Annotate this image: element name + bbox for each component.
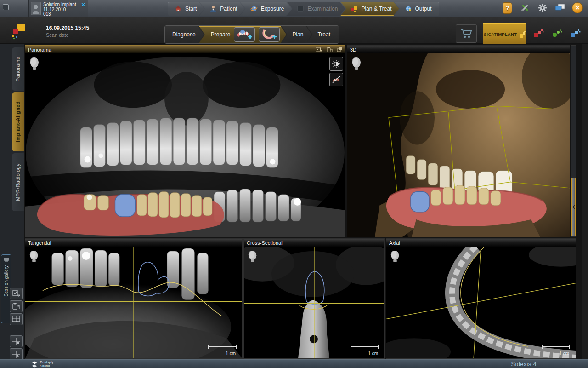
- tab-mpr-radiology[interactable]: MPR/Radiology: [12, 153, 24, 211]
- tangential-header: Tangential: [25, 239, 242, 247]
- tab-panorama[interactable]: Panorama: [12, 47, 24, 91]
- view-area: Panorama: [24, 44, 582, 359]
- show-crosshairs-button[interactable]: [10, 335, 23, 347]
- dentsply-sirona-logo: [31, 361, 38, 368]
- copy-view-icon[interactable]: [327, 47, 333, 52]
- phase-label: Plan & Treat: [361, 6, 391, 12]
- help-button[interactable]: ?: [502, 2, 514, 14]
- patient-tab[interactable]: Solution Implant 11.12.2010 013 ✕: [28, 0, 88, 17]
- sidebar: Panorama Implant-Aligned MPR/Radiology S…: [0, 44, 24, 359]
- brightness-contrast-button[interactable]: [329, 57, 343, 71]
- sicat-logo: [12, 24, 27, 40]
- 3d-header: 3D: [347, 46, 570, 53]
- phase-output[interactable]: Output: [395, 2, 439, 16]
- session-gallery-icon: [4, 257, 9, 263]
- clipboard-icon: [12, 303, 20, 310]
- sicat-endo-button[interactable]: [570, 29, 582, 39]
- orientation-head-widget[interactable]: [351, 57, 362, 71]
- tab-implant-aligned[interactable]: Implant-Aligned: [12, 92, 24, 151]
- export-view-icon[interactable]: [316, 47, 322, 52]
- plan-treat-icon: [351, 5, 358, 12]
- phase-patient[interactable]: Patient: [199, 2, 244, 16]
- workflow-diagnose[interactable]: Diagnose: [165, 26, 204, 43]
- axial-title: Axial: [389, 240, 573, 246]
- shop-button[interactable]: [456, 24, 477, 43]
- air-app-icon: [551, 29, 563, 39]
- patient-id: 013: [43, 12, 79, 17]
- close-icon: ✕: [572, 2, 583, 13]
- settings-button[interactable]: [537, 2, 548, 14]
- scale-bar: [208, 345, 237, 349]
- scale-label: 1 cm: [368, 351, 378, 356]
- implant-crown-3d: [411, 192, 429, 212]
- window-menu-icon[interactable]: [3, 4, 9, 10]
- denture-plus-icon: [236, 29, 253, 40]
- workflow-label: Plan: [292, 31, 303, 38]
- panorama-header-icons: [316, 47, 342, 52]
- phase-label: Start: [185, 6, 197, 12]
- patient-avatar: [31, 2, 41, 15]
- implant-app-icon: [519, 31, 526, 38]
- sicat-air-button[interactable]: [551, 29, 563, 39]
- workspace-tabs: Panorama Implant-Aligned MPR/Radiology: [12, 47, 24, 211]
- app-name: Sidexis 4: [511, 361, 537, 368]
- dentsply-sirona-brand: Dentsply Sirona: [31, 361, 53, 368]
- layout-grid-icon: [12, 316, 20, 323]
- exposure-icon: [250, 5, 258, 12]
- phase-label: Exposure: [261, 6, 284, 12]
- orientation-head-widget[interactable]: [247, 250, 259, 264]
- tangential-title: Tangential: [28, 240, 239, 246]
- cross-sectional-header: Cross-Sectional: [244, 239, 384, 247]
- phase-nav: Start Patient Exposure Examination Plan …: [168, 2, 439, 16]
- panorama-viewport[interactable]: [25, 53, 345, 237]
- panorama-panel: Panorama: [25, 45, 345, 237]
- displays-button[interactable]: [554, 2, 566, 14]
- gear-icon: [537, 3, 548, 13]
- export-image-icon: [12, 290, 20, 297]
- workflow-bar: Diagnose Prepare Plan Treat: [164, 25, 339, 44]
- cart-icon: [460, 28, 473, 40]
- close-patient-icon[interactable]: ✕: [81, 2, 86, 8]
- layout-grid-button[interactable]: [10, 313, 23, 325]
- orientation-head-widget[interactable]: [390, 250, 401, 264]
- tangential-image: [25, 247, 242, 358]
- center-crosshairs-button[interactable]: [10, 348, 23, 360]
- axial-viewport[interactable]: 1 cm: [386, 247, 576, 358]
- scale-bar: [351, 345, 379, 349]
- add-jaw-model-button[interactable]: [259, 27, 280, 42]
- copy-to-clipboard-button[interactable]: [10, 300, 23, 312]
- orientation-head-widget[interactable]: [28, 57, 40, 71]
- home-icon: [175, 5, 182, 12]
- sicat-implant-button[interactable]: SICATIMPLANT: [483, 23, 526, 44]
- patient-name: Solution Implant: [43, 2, 79, 7]
- patient-info: Solution Implant 11.12.2010 013: [43, 2, 79, 17]
- hide-objects-button[interactable]: [329, 73, 343, 86]
- axial-panel: Axial 1 cm: [386, 238, 576, 359]
- crosshair-icon: [12, 338, 20, 345]
- tangential-viewport[interactable]: 1 cm: [25, 247, 242, 358]
- endo-app-icon: [570, 29, 582, 39]
- sicat-function-button[interactable]: [533, 29, 545, 39]
- panorama-image: [25, 53, 345, 237]
- displays-icon: [554, 3, 565, 12]
- examination-icon: [297, 5, 304, 12]
- titlebar-actions: ? ✕: [502, 2, 583, 14]
- phase-label: Examination: [307, 6, 338, 12]
- object-bar-expander[interactable]: [571, 178, 576, 236]
- scan-datetime: 16.09.2015 15:45: [46, 25, 89, 31]
- phase-exposure[interactable]: Exposure: [240, 2, 292, 16]
- phase-plan-treat[interactable]: Plan & Treat: [340, 2, 399, 16]
- tools-button[interactable]: [519, 2, 531, 14]
- export-image-button[interactable]: [10, 288, 23, 299]
- workflow-prepare[interactable]: Prepare: [199, 26, 287, 43]
- phase-start[interactable]: Start: [168, 2, 204, 16]
- sidebar-tools: [10, 288, 23, 360]
- maximize-view-icon[interactable]: [337, 47, 342, 52]
- add-optical-impression-button[interactable]: [234, 27, 255, 42]
- orientation-head-widget[interactable]: [28, 250, 40, 264]
- jaw-plus-icon: [261, 29, 277, 40]
- cross-sectional-viewport[interactable]: 1 cm: [244, 247, 384, 358]
- sidexis-window: Solution Implant 11.12.2010 013 ✕ Start …: [0, 0, 588, 368]
- close-window-button[interactable]: ✕: [571, 2, 583, 14]
- 3d-viewport[interactable]: [347, 53, 570, 237]
